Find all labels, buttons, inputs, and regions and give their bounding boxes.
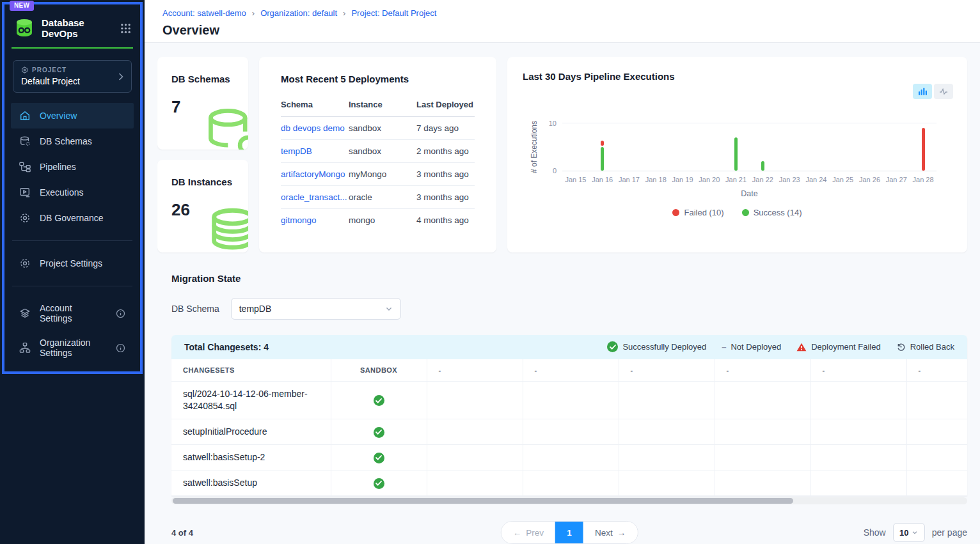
- chart-bar-success: [734, 137, 738, 171]
- chart-bar-slot: [589, 123, 616, 171]
- sidebar-item-pipelines[interactable]: Pipelines: [11, 154, 134, 180]
- changesets-header-band: Total Changesets: 4 Successfully Deploye…: [171, 335, 967, 359]
- pipeline-executions-chart-card: Last 30 Days Pipeline Executions: [507, 57, 967, 253]
- chart-legend-item[interactable]: Failed (10): [672, 208, 723, 217]
- chart-bar-slot: [723, 123, 750, 171]
- legend-label: Success (14): [754, 208, 802, 217]
- deployment-instance: oracle: [349, 185, 416, 208]
- sidebar-frame: NEW Database DevOps: [2, 2, 143, 374]
- breadcrumb-account-link[interactable]: Account: satwell-demo: [162, 8, 246, 18]
- deployments-column-header: Schema: [281, 95, 349, 117]
- deployment-instance: myMongo: [349, 162, 416, 185]
- project-selector[interactable]: PROJECT Default Project: [13, 60, 132, 93]
- governance-gear-icon: [19, 212, 31, 224]
- deployment-row: artifactoryMongomyMongo3 months ago: [281, 162, 475, 185]
- deployments-column-header: Last Deployed: [416, 95, 475, 117]
- sidebar-item-db-schemas[interactable]: DB Schemas: [11, 128, 134, 154]
- sidebar-nav: Overview DB Schemas: [11, 103, 134, 231]
- deployment-last-deployed: 7 days ago: [416, 116, 475, 139]
- deployment-schema-link[interactable]: db devops demo: [281, 116, 349, 139]
- total-changesets-label: Total Changesets: 4: [184, 342, 269, 352]
- changeset-empty-cell: [810, 470, 906, 496]
- sidebar-item-db-governance[interactable]: DB Governance: [11, 205, 134, 231]
- brand: Database DevOps: [11, 12, 134, 39]
- changeset-sandbox-status: [331, 419, 427, 445]
- legend-deployment-failed: Deployment Failed: [796, 342, 880, 352]
- chart-x-tick: Jan 24: [803, 176, 830, 183]
- sidebar-item-account-settings[interactable]: Account Settings: [11, 296, 134, 330]
- y-tick: 0: [553, 167, 557, 175]
- chart-type-toggle: [913, 84, 953, 99]
- info-icon[interactable]: [116, 309, 125, 318]
- page-size-select[interactable]: 10: [893, 523, 925, 542]
- bar-chart-toggle-icon[interactable]: [913, 84, 932, 99]
- deployment-schema-link[interactable]: tempDB: [281, 139, 349, 162]
- changesets-card: Total Changesets: 4 Successfully Deploye…: [171, 335, 967, 497]
- legend-successfully-deployed: Successfully Deployed: [607, 341, 706, 352]
- prev-page-button[interactable]: ← Prev: [502, 522, 555, 543]
- changeset-empty-cell: [619, 382, 715, 419]
- sidebar-divider: [12, 240, 132, 241]
- deployment-instance: mongo: [349, 208, 416, 231]
- current-page-button[interactable]: 1: [555, 522, 583, 543]
- app-switcher-grid-icon[interactable]: [120, 23, 131, 34]
- deployment-last-deployed: 2 months ago: [416, 139, 475, 162]
- info-icon[interactable]: [116, 343, 125, 353]
- changeset-empty-cell: [906, 470, 967, 496]
- horizontal-scrollbar-thumb[interactable]: [173, 498, 793, 504]
- changeset-empty-cell: [906, 445, 967, 470]
- changeset-name: satwell:basisSetup: [171, 470, 331, 496]
- changeset-row: setupInitialProcedure: [171, 419, 967, 445]
- db-schema-select[interactable]: tempDB: [231, 298, 401, 320]
- breadcrumb-separator: ›: [343, 8, 345, 18]
- chart-x-tick: Jan 19: [669, 176, 696, 183]
- stat-label: DB Instances: [171, 176, 248, 187]
- chart-x-tick: Jan 28: [910, 176, 937, 183]
- check-circle-icon: [607, 341, 618, 352]
- check-circle-icon: [374, 478, 384, 489]
- legend-label: Rolled Back: [910, 342, 954, 352]
- chevron-down-icon: [385, 305, 393, 313]
- chart-y-ticks: 10 0: [546, 123, 561, 171]
- chart-x-tick: Jan 15: [562, 176, 589, 183]
- changeset-empty-cell: [427, 382, 523, 419]
- chart-legend: Failed (10)Success (14): [523, 208, 952, 217]
- show-label: Show: [864, 527, 886, 538]
- deployment-schema-link[interactable]: oracle_transact...: [281, 185, 349, 208]
- changeset-row: satwell:basisSetup-2: [171, 445, 967, 470]
- line-chart-toggle-icon[interactable]: [934, 84, 953, 99]
- chart-plot-area: # of Executions 10 0 Jan 15Jan 16Jan 17J…: [523, 123, 952, 198]
- deployment-last-deployed: 3 months ago: [416, 185, 475, 208]
- legend-dot-icon: [742, 209, 749, 216]
- sidebar-item-executions[interactable]: Executions: [11, 180, 134, 205]
- recent-deployments-card: Most Recent 5 Deployments Schema Instanc…: [259, 57, 496, 253]
- warning-triangle-icon: [796, 343, 807, 352]
- chart-bar-slot: [910, 123, 937, 171]
- migration-title: Migration State: [171, 273, 967, 284]
- breadcrumb-organization-link[interactable]: Organization: default: [260, 8, 337, 18]
- chart-legend-item[interactable]: Success (14): [742, 208, 802, 217]
- chart-x-tick: Jan 22: [749, 176, 776, 183]
- sidebar-item-label: Pipelines: [40, 162, 76, 172]
- chart-x-tick: Jan 21: [723, 176, 750, 183]
- deployment-schema-link[interactable]: artifactoryMongo: [281, 162, 349, 185]
- changeset-sandbox-status: [331, 445, 427, 470]
- chart-x-tick: Jan 27: [883, 176, 910, 183]
- db-instances-card: DB Instances 26: [157, 160, 248, 253]
- sidebar-item-project-settings[interactable]: Project Settings: [11, 251, 134, 276]
- chart-bar-slot: [883, 123, 910, 171]
- deployment-schema-link[interactable]: gitmongo: [281, 208, 349, 231]
- legend-dot-icon: [672, 209, 679, 216]
- changesets-column-header: -: [715, 359, 810, 382]
- database-cylinder-icon: [202, 105, 248, 150]
- changeset-empty-cell: [523, 419, 619, 445]
- sidebar-item-organization-settings[interactable]: Organization Settings: [11, 330, 134, 365]
- cs-body: sql/2024-10-14-12-06-member-34240854.sql…: [171, 382, 967, 496]
- brand-underline: [12, 47, 133, 49]
- database-stack-icon: [201, 206, 248, 253]
- sidebar-item-overview[interactable]: Overview: [11, 103, 134, 128]
- changeset-name: sql/2024-10-14-12-06-member-34240854.sql: [171, 382, 331, 419]
- breadcrumb-project-link[interactable]: Project: Default Project: [351, 8, 436, 18]
- next-page-button[interactable]: Next →: [583, 522, 637, 543]
- chart-bar-slot: [642, 123, 669, 171]
